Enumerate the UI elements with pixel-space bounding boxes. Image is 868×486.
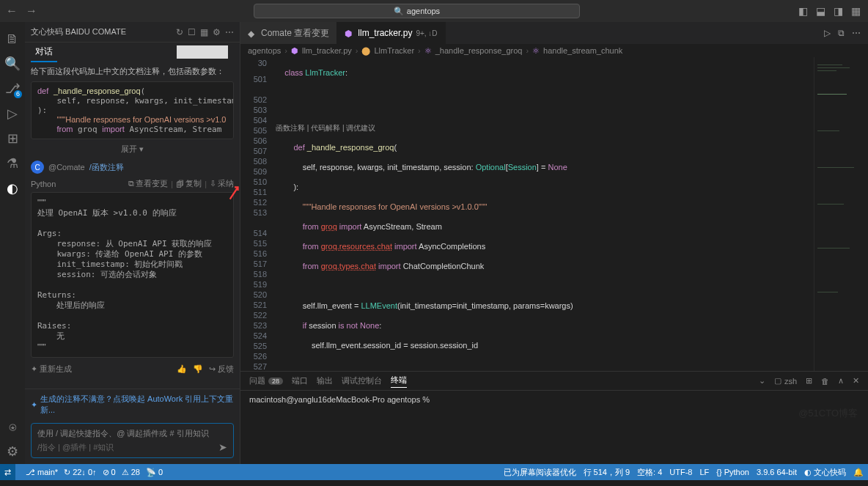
thumbs-down-icon[interactable]: 👎 [193, 364, 203, 374]
bot-name: @Comate [48, 163, 85, 172]
warnings-status[interactable]: ⚠ 28 [122, 468, 140, 477]
layout-controls: ◧ ⬓ ◨ ▦ [795, 3, 864, 19]
search-text: agentops [407, 7, 440, 15]
terminal-prompt: macintosh@yanglu16deMacBook-Pro agentops… [249, 395, 430, 404]
editor-panel: ◆ Comate 查看变更 ⬢ llm_tracker.py 9+, ↓D ▷ … [240, 22, 868, 464]
ports-tab[interactable]: 端口 [292, 375, 308, 386]
nav-forward-icon[interactable]: → [24, 4, 39, 18]
run-icon[interactable]: ▷ [821, 26, 834, 40]
errors-status[interactable]: ⊘ 0 [103, 468, 116, 477]
remote-indicator[interactable]: ⇄ [0, 464, 15, 480]
reply-lang: Python [31, 180, 56, 188]
encoding-status[interactable]: UTF-8 [669, 468, 692, 476]
comate-header: 文心快码 BAIDU COMATE ↻ ☐ ▦ ⚙ ⋯ [25, 22, 240, 43]
more-tab-icon[interactable]: ⋯ [849, 26, 864, 40]
explorer-icon[interactable]: 🗎 [0, 26, 25, 51]
debug-console-tab[interactable]: 调试控制台 [342, 375, 382, 386]
line-col-status[interactable]: 行 514，列 9 [584, 467, 630, 478]
interpreter-status[interactable]: 3.9.6 64-bit [757, 468, 797, 476]
code-area[interactable]: class LlmTracker: 函数注释 | 代码解释 | 调优建议 def… [273, 57, 814, 371]
testing-icon[interactable]: ⚗ [0, 151, 25, 176]
problems-tab[interactable]: 问题 28 [249, 375, 283, 386]
regenerate-button[interactable]: ✦ 重新生成 [31, 364, 72, 375]
expand-toggle[interactable]: 展开 ▾ [31, 144, 234, 155]
account-icon[interactable]: ⍟ [0, 414, 25, 439]
user-prompt: 给下面这段代码加上中文的文档注释，包括函数参数： [31, 66, 234, 77]
screen-reader-status[interactable]: 已为屏幕阅读器优化 [504, 467, 576, 478]
gutter: 30 5015025035045055065075085095105115125… [240, 57, 273, 371]
bottom-panel: 问题 28 端口 输出 调试控制台 终端 ⌄ ▢ zsh ⊞ 🗑 ∧ ✕ mac… [240, 371, 868, 464]
input-hints: /指令 | @插件 | #知识 [37, 442, 227, 453]
layout-right-icon[interactable]: ◨ [830, 3, 846, 19]
search-sidebar-icon[interactable]: 🔍 [0, 51, 25, 76]
comate-title: 文心快码 BAIDU COMATE [31, 26, 126, 37]
output-tab[interactable]: 输出 [317, 375, 333, 386]
input-placeholder: 使用 / 调起快捷指令、@ 调起插件或 # 引用知识 [37, 428, 227, 439]
feedback-button[interactable]: ↪ 反馈 [209, 364, 234, 375]
status-bar: ⇄ ⎇ main* ↻ 22↓ 0↑ ⊘ 0 ⚠ 28 📡 0 已为屏幕阅读器优… [0, 464, 868, 480]
layout-grid-icon[interactable]: ▦ [847, 3, 864, 19]
send-icon[interactable]: ➤ [218, 441, 227, 453]
split-terminal-icon[interactable]: ⊞ [806, 376, 812, 386]
spaces-status[interactable]: 空格: 4 [637, 467, 662, 478]
search-icon: 🔍 [394, 7, 404, 16]
bookmark-icon[interactable]: ☐ [188, 27, 196, 37]
sync-status[interactable]: ↻ 22↓ 0↑ [64, 468, 96, 477]
comate-status[interactable]: ◐ 文心快码 [804, 467, 846, 478]
view-changes-button[interactable]: ⧉ 查看变更 [128, 178, 168, 189]
title-bar: ← → 🔍 agentops ◧ ⬓ ◨ ▦ [0, 0, 868, 22]
scm-icon[interactable]: ⎇6 [0, 76, 25, 101]
comate-icon[interactable]: ◐ [0, 176, 25, 201]
terminal-body[interactable]: macintosh@yanglu16deMacBook-Pro agentops… [240, 391, 868, 464]
layout-bottom-icon[interactable]: ⬓ [812, 3, 828, 19]
branch-status[interactable]: ⎇ main* [26, 468, 58, 477]
codelens-1[interactable]: 函数注释 | 代码解释 | 调优建议 [276, 123, 814, 133]
gear-icon[interactable]: ⚙ [213, 27, 221, 37]
minimap[interactable] [814, 57, 868, 371]
close-panel-icon[interactable]: ✕ [853, 376, 859, 386]
command-center[interactable]: 🔍 agentops [254, 4, 580, 18]
comate-panel: 文心快码 BAIDU COMATE ↻ ☐ ▦ ⚙ ⋯ 对话 给下面这段代码加上… [25, 22, 240, 464]
eol-status[interactable]: LF [700, 468, 710, 476]
reply-code: """ 处理 OpenAI 版本 >v1.0.0 的响应 Args: respo… [31, 192, 234, 358]
activity-bar: 🗎 🔍 ⎇6 ▷ ⊞ ⚗ ◐ ⍟ ⚙ [0, 22, 25, 464]
settings-icon[interactable]: ⚙ [0, 439, 25, 464]
dot-icon: ◆ [248, 29, 257, 38]
thumbs-up-icon[interactable]: 👍 [177, 364, 187, 374]
blank-highlight [177, 45, 228, 59]
layout-left-icon[interactable]: ◧ [795, 3, 811, 19]
kill-terminal-icon[interactable]: 🗑 [821, 377, 829, 386]
chat-tab[interactable]: 对话 [31, 43, 57, 62]
refresh-icon[interactable]: ↻ [176, 27, 183, 37]
notifications-icon[interactable]: 🔔 [853, 468, 864, 477]
language-status[interactable]: {} Python [716, 468, 749, 476]
user-code-snippet: def _handle_response_groq( self, respons… [31, 81, 234, 139]
terminal-tab[interactable]: 终端 [391, 375, 407, 388]
breadcrumb[interactable]: agentops› ⬢llm_tracker.py› ⬤LlmTracker› … [240, 44, 868, 57]
terminal-dropdown[interactable]: ⌄ [759, 376, 765, 386]
ports-status[interactable]: 📡 0 [146, 468, 163, 477]
copy-button[interactable]: 🗐 复制 [176, 178, 202, 189]
red-arrow-annotation [228, 183, 240, 199]
split-icon[interactable]: ⧉ [835, 26, 847, 40]
tab-current-file[interactable]: ⬢ llm_tracker.py 9+, ↓D [337, 22, 445, 44]
tab-comate-diff[interactable]: ◆ Comate 查看变更 [240, 22, 337, 44]
shell-label[interactable]: ▢ zsh [774, 376, 797, 386]
autowork-hint[interactable]: ✦ 生成的注释不满意？点我唤起 AutoWork 引用上下文重新... [25, 389, 240, 420]
grid-icon[interactable]: ▦ [200, 27, 208, 37]
chat-input[interactable]: 使用 / 调起快捷指令、@ 调起插件或 # 引用知识 /指令 | @插件 | #… [31, 423, 234, 458]
maximize-icon[interactable]: ∧ [838, 376, 844, 386]
more-icon[interactable]: ⋯ [225, 27, 234, 37]
bot-avatar-icon: C [31, 161, 44, 174]
debug-icon[interactable]: ▷ [0, 101, 25, 126]
nav-back-icon[interactable]: ← [4, 4, 19, 18]
sparkle-icon: ✦ [31, 400, 37, 410]
suggestion-tag: /函数注释 [89, 162, 124, 173]
python-icon: ⬢ [345, 29, 354, 38]
extensions-icon[interactable]: ⊞ [0, 126, 25, 151]
